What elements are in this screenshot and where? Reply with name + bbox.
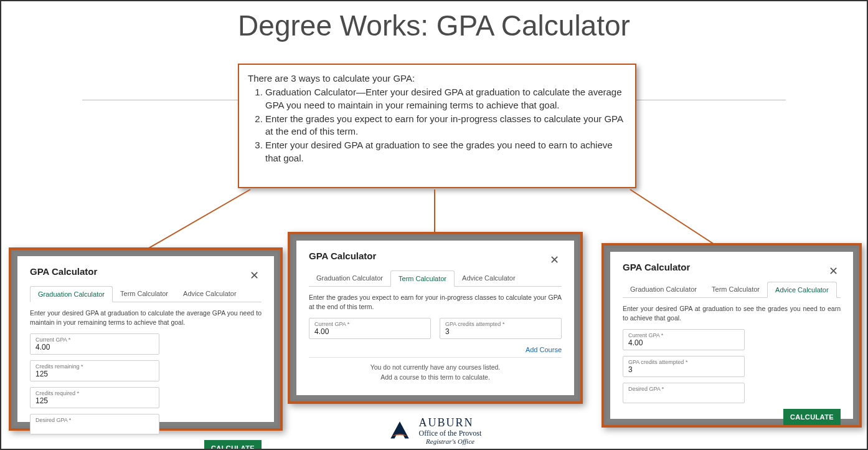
- empty-line-2: Add a course to this term to calculate.: [309, 373, 562, 382]
- field-value: 125: [35, 396, 154, 405]
- field-label: Current GPA *: [35, 337, 154, 343]
- footer-line-1: AUBURN: [419, 417, 482, 429]
- card-title: GPA Calculator: [30, 266, 262, 277]
- close-icon[interactable]: ✕: [550, 254, 559, 266]
- divider: [309, 357, 562, 358]
- tab-description: Enter your desired GPA at graduation to …: [623, 304, 841, 323]
- tab-advice-calculator[interactable]: Advice Calculator: [455, 270, 523, 287]
- info-item-3: Enter your desired GPA at graduation to …: [265, 139, 624, 165]
- tab-graduation-calculator[interactable]: Graduation Calculator: [30, 286, 113, 302]
- desired-gpa-field[interactable]: Desired GPA *: [623, 383, 745, 403]
- gpa-calculator-term: GPA Calculator ✕ Graduation Calculator T…: [288, 232, 583, 404]
- footer: AUBURN Office of the Provost Registrar's…: [1, 417, 867, 445]
- info-list: Graduation Calculator—Enter your desired…: [265, 86, 624, 165]
- card-title: GPA Calculator: [309, 251, 562, 261]
- field-value: [628, 392, 739, 400]
- tab-term-calculator[interactable]: Term Calculator: [704, 282, 767, 298]
- page-title: Degree Works: GPA Calculator: [1, 1, 867, 42]
- tab-term-calculator[interactable]: Term Calculator: [113, 286, 176, 302]
- gpa-calculator-graduation: GPA Calculator ✕ Graduation Calculator T…: [9, 247, 283, 431]
- tabs: Graduation Calculator Term Calculator Ad…: [623, 281, 841, 298]
- field-value: 3: [628, 365, 739, 374]
- tab-graduation-calculator[interactable]: Graduation Calculator: [623, 282, 704, 298]
- info-intro: There are 3 ways to calculate your GPA:: [248, 72, 624, 85]
- field-label: Current GPA *: [314, 321, 425, 327]
- field-value: 4.00: [314, 327, 425, 336]
- tab-term-calculator[interactable]: Term Calculator: [390, 270, 455, 287]
- footer-line-3: Registrar's Office: [419, 438, 482, 445]
- gpa-credits-attempted-field[interactable]: GPA credits attempted * 3: [440, 318, 562, 339]
- credits-required-field[interactable]: Credits required * 125: [30, 387, 159, 408]
- current-gpa-field[interactable]: Current GPA * 4.00: [30, 333, 159, 355]
- field-label: GPA credits attempted *: [628, 359, 739, 365]
- field-label: Credits required *: [35, 390, 154, 396]
- field-label: GPA credits attempted *: [445, 321, 556, 327]
- slide: Degree Works: GPA Calculator There are 3…: [0, 0, 868, 450]
- tabs: Graduation Calculator Term Calculator Ad…: [30, 285, 262, 302]
- gpa-calculator-advice: GPA Calculator ✕ Graduation Calculator T…: [601, 243, 862, 428]
- info-item-1: Graduation Calculator—Enter your desired…: [265, 86, 624, 112]
- footer-text: AUBURN Office of the Provost Registrar's…: [419, 417, 482, 445]
- field-value: 125: [35, 370, 154, 378]
- field-label: Desired GPA *: [628, 386, 739, 392]
- tab-graduation-calculator[interactable]: Graduation Calculator: [309, 270, 390, 287]
- credits-remaining-field[interactable]: Credits remaining * 125: [30, 360, 159, 381]
- field-value: 4.00: [628, 338, 739, 347]
- close-icon[interactable]: ✕: [829, 266, 838, 277]
- current-gpa-field[interactable]: Current GPA * 4.00: [623, 329, 745, 350]
- tab-advice-calculator[interactable]: Advice Calculator: [767, 282, 837, 298]
- empty-courses-message: You do not currently have any courses li…: [309, 363, 562, 381]
- current-gpa-field[interactable]: Current GPA * 4.00: [309, 318, 431, 339]
- tab-description: Enter your desired GPA at graduation to …: [30, 309, 262, 327]
- gpa-credits-attempted-field[interactable]: GPA credits attempted * 3: [623, 356, 745, 377]
- close-icon[interactable]: ✕: [250, 270, 259, 281]
- empty-line-1: You do not currently have any courses li…: [309, 363, 562, 372]
- field-label: Credits remaining *: [35, 363, 154, 370]
- footer-line-2: Office of the Provost: [419, 429, 482, 438]
- auburn-logo-icon: [387, 420, 413, 441]
- tab-description: Enter the grades you expect to earn for …: [309, 293, 562, 312]
- card-title: GPA Calculator: [623, 262, 841, 272]
- tab-advice-calculator[interactable]: Advice Calculator: [176, 286, 244, 302]
- field-value: 4.00: [35, 343, 154, 352]
- info-box: There are 3 ways to calculate your GPA: …: [238, 64, 636, 188]
- tabs: Graduation Calculator Term Calculator Ad…: [309, 270, 562, 287]
- field-label: Current GPA *: [628, 332, 739, 338]
- field-value: 3: [445, 327, 556, 336]
- add-course-link[interactable]: Add Course: [309, 346, 562, 353]
- info-item-2: Enter the grades you expect to earn for …: [265, 113, 624, 138]
